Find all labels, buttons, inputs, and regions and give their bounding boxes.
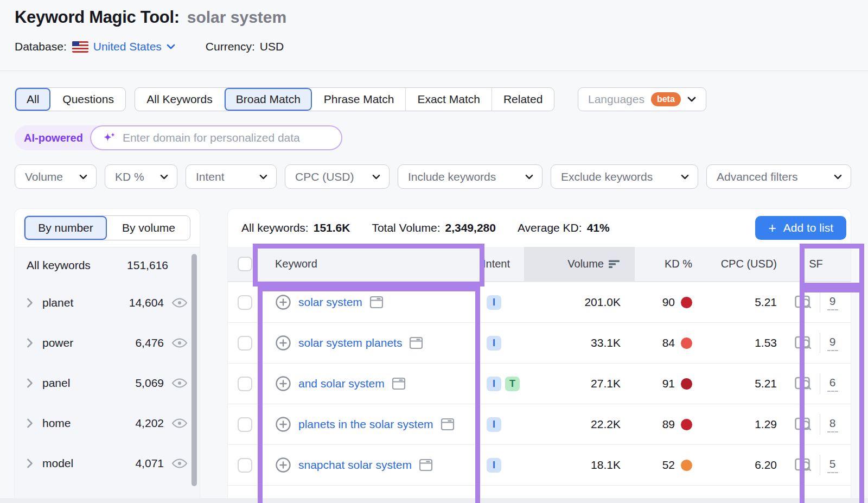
chevron-right-icon[interactable]: [27, 459, 33, 468]
serp-features-icon[interactable]: [794, 376, 813, 391]
group-item-panel[interactable]: panel 5,069: [15, 363, 200, 403]
add-keyword-icon[interactable]: [275, 294, 291, 310]
filter-bar: Volume KD % Intent CPC (USD) Include key…: [15, 164, 851, 189]
tab-exact-match[interactable]: Exact Match: [405, 88, 492, 111]
volume-filter[interactable]: Volume: [15, 164, 97, 189]
keyword-cell: and solar system: [261, 375, 483, 392]
serp-preview-icon[interactable]: [369, 296, 384, 309]
chevron-down-icon[interactable]: [167, 44, 175, 49]
sf-column-header[interactable]: SF: [781, 258, 851, 270]
sort-toggle: By number By volume: [24, 215, 190, 240]
sidebar-scrollbar[interactable]: [192, 254, 197, 486]
intent-column-header[interactable]: Intent: [483, 258, 524, 270]
serp-features-icon[interactable]: [794, 295, 813, 310]
row-checkbox[interactable]: [238, 458, 252, 473]
toggle-by-number[interactable]: By number: [24, 216, 107, 240]
kd-value: 91: [662, 377, 675, 390]
add-keyword-icon[interactable]: [275, 335, 291, 351]
chevron-right-icon[interactable]: [27, 378, 33, 388]
tab-related[interactable]: Related: [492, 88, 554, 111]
sf-count[interactable]: 9: [827, 335, 838, 351]
stat-label: All keywords:: [241, 221, 309, 234]
sf-count[interactable]: 8: [827, 417, 838, 432]
kd-cell: 52: [635, 459, 706, 472]
chevron-right-icon[interactable]: [27, 338, 33, 348]
cpc-filter-label: CPC (USD): [295, 170, 354, 183]
match-type-tabs: All Questions All Keywords Broad Match P…: [15, 87, 554, 111]
cpc-column-header[interactable]: CPC (USD): [706, 258, 781, 270]
add-keyword-icon[interactable]: [275, 416, 291, 432]
row-checkbox[interactable]: [238, 336, 252, 351]
keyword-magic-tool-page: Keyword Magic Tool: solar system Databas…: [0, 0, 868, 503]
serp-preview-icon[interactable]: [441, 418, 455, 431]
stat-value: 2,349,280: [445, 221, 496, 234]
keyword-cell: snapchat solar system: [261, 457, 483, 473]
all-keywords-count: 151,616: [127, 259, 168, 272]
keyword-column-header[interactable]: Keyword: [261, 258, 483, 270]
group-item-planet[interactable]: planet 14,604: [15, 283, 200, 323]
row-checkbox[interactable]: [238, 377, 252, 391]
serp-preview-icon[interactable]: [409, 336, 423, 349]
eye-icon[interactable]: [171, 338, 188, 348]
eye-icon[interactable]: [171, 418, 188, 429]
tab-broad-match[interactable]: Broad Match: [224, 88, 312, 111]
add-keyword-icon[interactable]: [275, 457, 291, 473]
kd-filter[interactable]: KD %: [105, 164, 177, 189]
volume-cell: 22.2K: [524, 418, 635, 431]
group-item-model[interactable]: model 4,071: [15, 443, 200, 483]
keyword-cell: solar system planets: [261, 335, 483, 351]
volume-column-header[interactable]: Volume: [524, 247, 635, 281]
cpc-filter[interactable]: CPC (USD): [285, 164, 390, 189]
keyword-cell: planets in the solar system: [261, 416, 483, 432]
chevron-down-icon: [525, 174, 533, 180]
divider: [820, 455, 820, 475]
group-count: 6,476: [135, 336, 164, 349]
group-item-power[interactable]: power 6,476: [15, 323, 200, 363]
languages-dropdown[interactable]: Languages beta: [578, 87, 706, 111]
chevron-right-icon[interactable]: [27, 418, 33, 428]
keyword-link[interactable]: solar system: [298, 296, 362, 309]
intent-badge-informational: I: [487, 458, 501, 473]
search-query: solar system: [187, 8, 286, 27]
exclude-keywords-filter[interactable]: Exclude keywords: [551, 164, 698, 189]
select-all-checkbox[interactable]: [238, 257, 252, 271]
serp-features-icon[interactable]: [794, 417, 813, 432]
sf-cell: 5: [781, 455, 851, 475]
sf-count[interactable]: 6: [827, 376, 838, 392]
serp-preview-icon[interactable]: [419, 459, 433, 472]
tab-phrase-match[interactable]: Phrase Match: [312, 88, 406, 111]
toggle-by-volume[interactable]: By volume: [107, 216, 190, 240]
chevron-right-icon[interactable]: [27, 298, 33, 308]
intent-filter[interactable]: Intent: [186, 164, 277, 189]
eye-icon[interactable]: [171, 458, 188, 469]
advanced-filters[interactable]: Advanced filters: [706, 164, 851, 189]
database-selector[interactable]: United States: [93, 40, 162, 53]
keyword-link[interactable]: snapchat solar system: [298, 459, 412, 472]
eye-icon[interactable]: [171, 378, 188, 389]
keyword-link[interactable]: planets in the solar system: [298, 418, 433, 431]
ai-powered-bar: AI-powered: [15, 125, 342, 150]
database-label: Database:: [15, 40, 67, 53]
serp-preview-icon[interactable]: [392, 377, 406, 390]
serp-features-icon[interactable]: [794, 335, 813, 351]
cpc-cell: 5.21: [706, 377, 781, 390]
keyword-link[interactable]: and solar system: [298, 377, 385, 390]
domain-input[interactable]: [123, 131, 330, 144]
sf-count[interactable]: 9: [827, 295, 838, 310]
add-to-list-button[interactable]: + Add to list: [755, 216, 846, 240]
row-checkbox[interactable]: [238, 417, 252, 432]
divider: [820, 292, 820, 313]
keyword-link[interactable]: solar system planets: [298, 336, 402, 349]
row-checkbox[interactable]: [238, 295, 252, 310]
tab-all[interactable]: All: [15, 88, 50, 111]
all-keywords-group[interactable]: All keywords 151,616: [15, 247, 200, 283]
group-item-home[interactable]: home 4,202: [15, 403, 200, 443]
include-keywords-filter[interactable]: Include keywords: [398, 164, 542, 189]
sf-count[interactable]: 5: [827, 457, 838, 473]
eye-icon[interactable]: [171, 297, 188, 308]
serp-features-icon[interactable]: [794, 457, 813, 473]
add-keyword-icon[interactable]: [275, 375, 291, 392]
tab-all-keywords[interactable]: All Keywords: [135, 88, 224, 111]
kd-column-header[interactable]: KD %: [635, 258, 706, 270]
tab-questions[interactable]: Questions: [50, 88, 125, 111]
